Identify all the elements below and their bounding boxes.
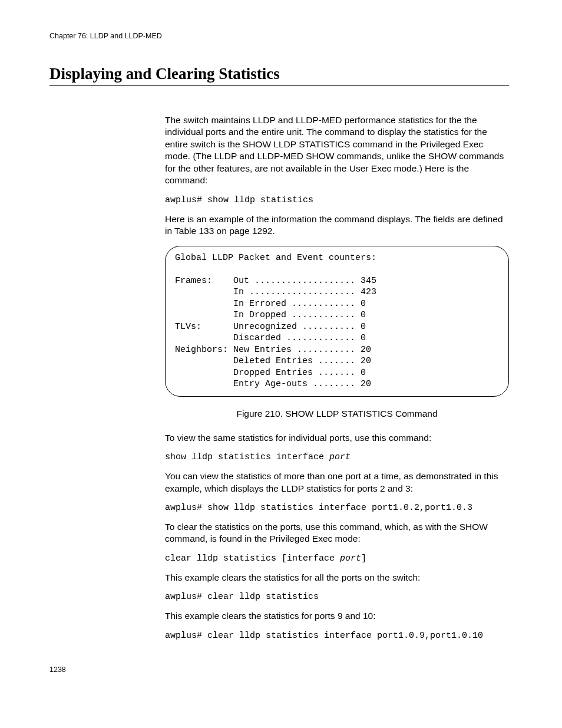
paragraph: Here is an example of the information th… (165, 213, 509, 238)
command-text: ] (361, 554, 366, 564)
paragraph: This example clears the statistics for p… (165, 610, 509, 622)
paragraph: The switch maintains LLDP and LLDP-MED p… (165, 114, 509, 187)
command-text: clear lldp statistics [interface (165, 554, 340, 564)
command-text: show lldp statistics interface (165, 452, 329, 462)
paragraph: This example clears the statistics for a… (165, 572, 509, 584)
content-column: The switch maintains LLDP and LLDP-MED p… (165, 114, 509, 641)
command-param: port (340, 554, 361, 564)
command-output-box: Global LLDP Packet and Event counters: F… (165, 246, 509, 397)
command-line: awplus# clear lldp statistics (165, 592, 509, 602)
command-line: awplus# clear lldp statistics interface … (165, 631, 509, 641)
command-param: port (329, 452, 351, 462)
page-container: Chapter 76: LLDP and LLDP-MED Displaying… (0, 0, 562, 709)
command-line: awplus# show lldp statistics interface p… (165, 503, 509, 513)
paragraph: You can view the statistics of more than… (165, 470, 509, 495)
paragraph: To view the same statistics for individu… (165, 432, 509, 444)
command-line: show lldp statistics interface port (165, 452, 509, 462)
page-number: 1238 (49, 666, 509, 674)
section-title: Displaying and Clearing Statistics (49, 65, 509, 86)
chapter-header: Chapter 76: LLDP and LLDP-MED (49, 32, 509, 40)
figure-caption: Figure 210. SHOW LLDP STATISTICS Command (165, 409, 509, 419)
command-line: awplus# show lldp statistics (165, 195, 509, 205)
paragraph: To clear the statistics on the ports, us… (165, 521, 509, 545)
command-line: clear lldp statistics [interface port] (165, 554, 509, 564)
